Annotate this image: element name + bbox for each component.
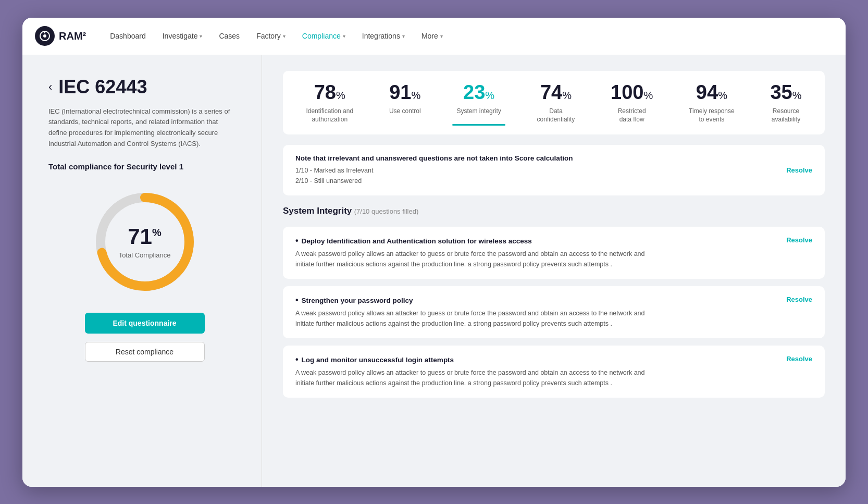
nav-factory[interactable]: Factory ▾ (249, 28, 293, 44)
metric-percent-1: % (412, 90, 421, 101)
edit-questionnaire-button[interactable]: Edit questionnaire (85, 313, 205, 334)
logo: RAM² (35, 26, 86, 46)
metric-item-5[interactable]: 94% Timely responseto events (685, 81, 739, 125)
metric-value-5: 94% (696, 81, 727, 104)
page-title: IEC 62443 (58, 76, 147, 98)
metric-label-1: Use control (389, 107, 421, 116)
metric-label-3: Dataconfidentiality (537, 107, 575, 125)
metric-percent-4: % (644, 90, 653, 101)
left-panel: ‹ IEC 62443 IEC (International electrote… (22, 55, 262, 487)
note-lines: 1/10 - Marked as Irrelevant 2/10 - Still… (295, 165, 573, 186)
donut-percent: 71% (119, 224, 171, 249)
back-button[interactable]: ‹ (48, 80, 52, 94)
metric-percent-2: % (485, 90, 494, 101)
metric-label-4: Restricteddata flow (618, 107, 646, 125)
note-title: Note that irrelevant and unanswered ques… (295, 154, 573, 162)
metric-underline (452, 124, 505, 126)
issue-resolve-button-0[interactable]: Resolve (776, 236, 812, 244)
navbar: RAM² Dashboard Investigate ▾ Cases Facto… (22, 18, 846, 55)
metric-value-2: 23% (463, 81, 494, 104)
donut-center: 71% Total Compliance (119, 224, 171, 259)
metrics-row: 78% Identification andauthorization 91% … (283, 71, 825, 135)
reset-compliance-button[interactable]: Reset compliance (85, 342, 205, 362)
metric-value-6: 35% (770, 81, 801, 104)
issue-content-2: Log and monitor unsuccessful login attem… (295, 355, 650, 388)
donut-chart: 71% Total Compliance (48, 185, 241, 299)
logo-icon (35, 26, 55, 46)
issue-card-1: Strengthen your password policy A weak p… (283, 286, 825, 338)
metric-label-5: Timely responseto events (689, 107, 735, 125)
note-resolve-button[interactable]: Resolve (776, 166, 812, 174)
nav-investigate[interactable]: Investigate ▾ (155, 28, 210, 44)
issues-list: Deploy Identification and Authentication… (283, 227, 825, 398)
back-title-row: ‹ IEC 62443 (48, 76, 241, 98)
metric-label-6: Resourceavailability (772, 107, 800, 125)
nav-dashboard[interactable]: Dashboard (103, 28, 153, 44)
issue-content-0: Deploy Identification and Authentication… (295, 236, 650, 269)
issue-card-0: Deploy Identification and Authentication… (283, 227, 825, 279)
issue-title-0: Deploy Identification and Authentication… (295, 236, 650, 245)
metric-item-4[interactable]: 100% Restricteddata flow (606, 81, 657, 125)
metric-item-3[interactable]: 74% Dataconfidentiality (533, 81, 579, 125)
note-content: Note that irrelevant and unanswered ques… (295, 154, 573, 186)
metric-percent-6: % (792, 90, 802, 101)
nav-more[interactable]: More ▾ (414, 28, 450, 44)
investigate-dropdown-arrow: ▾ (200, 33, 202, 39)
compliance-heading: Total compliance for Security level 1 (48, 162, 241, 171)
note-card: Note that irrelevant and unanswered ques… (283, 145, 825, 195)
issue-title-1: Strengthen your password policy (295, 296, 650, 305)
factory-dropdown-arrow: ▾ (283, 33, 286, 39)
nav-integrations[interactable]: Integrations ▾ (355, 28, 412, 44)
metric-label-0: Identification andauthorization (306, 107, 353, 125)
app-window: RAM² Dashboard Investigate ▾ Cases Facto… (22, 18, 846, 487)
metric-label-2: System integrity (456, 107, 501, 116)
issue-desc-1: A weak password policy allows an attacke… (295, 308, 650, 329)
metric-percent-0: % (336, 90, 345, 101)
section-sub: (7/10 questions filled) (354, 207, 419, 215)
svg-point-1 (43, 34, 46, 38)
nav-compliance[interactable]: Compliance ▾ (295, 28, 353, 44)
note-line-2: 2/10 - Still unanswered (295, 176, 573, 186)
donut-label: Total Compliance (119, 251, 171, 259)
metric-value-0: 78% (314, 81, 345, 104)
more-dropdown-arrow: ▾ (440, 33, 443, 39)
issue-content-1: Strengthen your password policy A weak p… (295, 296, 650, 329)
note-line-1: 1/10 - Marked as Irrelevant (295, 165, 573, 176)
issue-card-2: Log and monitor unsuccessful login attem… (283, 346, 825, 398)
integrations-dropdown-arrow: ▾ (402, 33, 405, 39)
right-panel: 78% Identification andauthorization 91% … (262, 55, 846, 487)
compliance-dropdown-arrow: ▾ (343, 33, 345, 39)
metric-item-2[interactable]: 23% System integrity (452, 81, 505, 116)
issue-desc-2: A weak password policy allows an attacke… (295, 367, 650, 388)
metric-value-4: 100% (611, 81, 653, 104)
nav-items: Dashboard Investigate ▾ Cases Factory ▾ … (103, 28, 833, 44)
metric-value-3: 74% (540, 81, 572, 104)
metric-item-1[interactable]: 91% Use control (385, 81, 425, 116)
metric-value-1: 91% (389, 81, 420, 104)
issue-resolve-button-1[interactable]: Resolve (776, 296, 812, 303)
issue-title-2: Log and monitor unsuccessful login attem… (295, 355, 650, 364)
metric-item-6[interactable]: 35% Resourceavailability (766, 81, 805, 125)
issue-resolve-button-2[interactable]: Resolve (776, 355, 812, 363)
metric-item-0[interactable]: 78% Identification andauthorization (302, 81, 357, 125)
section-title: System Integrity (283, 206, 352, 216)
main-content: ‹ IEC 62443 IEC (International electrote… (22, 55, 846, 487)
metric-percent-5: % (718, 90, 727, 101)
page-description: IEC (International electrotechnical comm… (48, 106, 236, 150)
issue-desc-0: A weak password policy allows an attacke… (295, 249, 650, 269)
section-header: System Integrity (7/10 questions filled) (283, 206, 825, 216)
metric-percent-3: % (562, 90, 572, 101)
logo-text: RAM² (59, 30, 86, 42)
nav-cases[interactable]: Cases (212, 28, 247, 44)
